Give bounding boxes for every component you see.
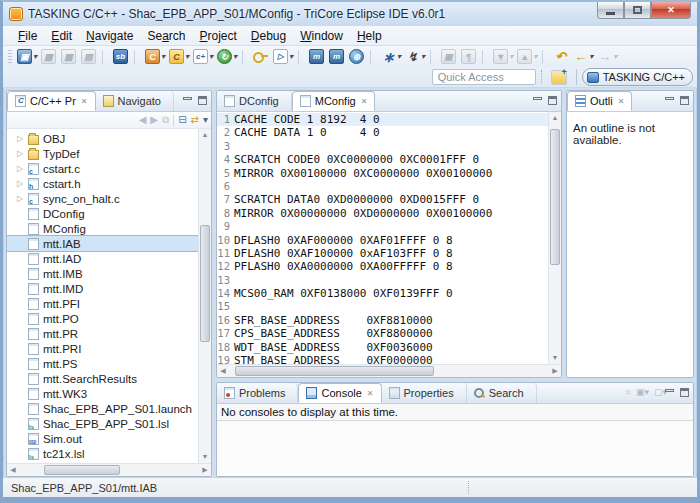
expand-arrow-icon[interactable] bbox=[17, 134, 28, 143]
flash-program-icon[interactable]: m bbox=[308, 48, 326, 66]
tab-dconfig[interactable]: DConfig bbox=[217, 91, 292, 111]
minimize-panel-icon[interactable] bbox=[533, 97, 542, 100]
back-icon[interactable]: ←▾ bbox=[572, 48, 594, 66]
scrollbar-thumb[interactable] bbox=[235, 366, 433, 376]
close-tab-icon[interactable]: ✕ bbox=[81, 97, 88, 106]
menu-window[interactable]: Window bbox=[293, 27, 350, 45]
new-cpp-project-icon[interactable]: C▾ bbox=[168, 48, 190, 66]
forward-icon[interactable]: ▶ bbox=[150, 115, 158, 125]
tree-item[interactable]: TypDef bbox=[7, 146, 198, 161]
tree-item[interactable]: c sync_on_halt.c bbox=[7, 191, 198, 206]
tree-item[interactable]: mtt.SearchResults bbox=[7, 371, 198, 386]
new-c-project-icon[interactable]: C▾ bbox=[144, 48, 166, 66]
editor-horizontal-scrollbar[interactable]: ◀ ▶ bbox=[217, 364, 561, 377]
maximize-panel-icon[interactable] bbox=[198, 96, 207, 105]
maximize-panel-icon[interactable] bbox=[548, 96, 557, 105]
scroll-down-icon[interactable]: ▼ bbox=[552, 352, 559, 364]
filter-icon[interactable]: ⇄ bbox=[191, 115, 199, 125]
minimize-panel-icon[interactable] bbox=[183, 97, 192, 100]
tree-item[interactable]: mtt.PS bbox=[7, 356, 198, 371]
expand-arrow-icon[interactable] bbox=[17, 164, 28, 173]
menu-search[interactable]: Search bbox=[140, 27, 192, 45]
minimize-panel-icon[interactable] bbox=[665, 389, 674, 392]
expand-arrow-icon[interactable] bbox=[17, 149, 28, 158]
menu-edit[interactable]: Edit bbox=[44, 27, 79, 45]
tab-mconfig[interactable]: MConfig ✕ bbox=[292, 91, 376, 111]
tree-item[interactable]: mtt.PO bbox=[7, 311, 198, 326]
tree-item[interactable]: mtt.IAD bbox=[7, 251, 198, 266]
tab-properties[interactable]: Properties bbox=[382, 383, 467, 403]
tree-item[interactable]: mtt.IMD bbox=[7, 281, 198, 296]
close-tab-icon[interactable]: ✕ bbox=[361, 97, 368, 106]
scrollbar-thumb[interactable] bbox=[200, 225, 210, 343]
tree-item[interactable]: mtt.PR bbox=[7, 326, 198, 341]
scroll-right-icon[interactable]: ▶ bbox=[199, 466, 211, 474]
tab-console[interactable]: Console ✕ bbox=[298, 383, 381, 403]
collapse-all-icon[interactable]: ⊟ bbox=[178, 115, 186, 125]
tab-cpp-projects[interactable]: C/C++ Pr ✕ bbox=[7, 91, 96, 111]
save-all-icon[interactable]: ▩ bbox=[60, 48, 78, 66]
tree-item[interactable]: mtt.PFI bbox=[7, 296, 198, 311]
tree-item[interactable]: Shac_EPB_APP_S01.launch bbox=[7, 401, 198, 416]
maximize-panel-icon[interactable] bbox=[680, 388, 689, 397]
scroll-down-icon[interactable]: ▼ bbox=[202, 451, 209, 463]
tree-item[interactable]: 010 Sim.out bbox=[7, 431, 198, 446]
external-tools-icon[interactable]: ▷▾ bbox=[272, 48, 294, 66]
tree-item[interactable]: mtt.PRI bbox=[7, 341, 198, 356]
scrollbar-thumb[interactable] bbox=[550, 129, 560, 266]
build-icon[interactable]: ↻▾ bbox=[216, 48, 238, 66]
view-menu-icon[interactable]: ▾ bbox=[203, 115, 208, 125]
minimize-window-button[interactable] bbox=[597, 2, 624, 19]
menu-navigate[interactable]: Navigate bbox=[79, 27, 140, 45]
tree-item[interactable]: DConfig bbox=[7, 206, 198, 221]
perspective-button[interactable]: TASKING C/C++ bbox=[582, 68, 693, 86]
menu-project[interactable]: Project bbox=[192, 27, 243, 45]
link-editor-icon[interactable]: ⧉ bbox=[162, 115, 169, 125]
show-annotations-icon[interactable]: ▣ bbox=[440, 48, 458, 66]
tab-navigator[interactable]: Navigato bbox=[96, 91, 174, 111]
mark-occurrences-icon[interactable]: ¶ bbox=[460, 48, 478, 66]
tab-outline[interactable]: Outli ✕ bbox=[567, 91, 632, 111]
explorer-horizontal-scrollbar[interactable]: ◀ ▶ bbox=[7, 463, 211, 476]
new-wizard-icon[interactable]: ▣▾ bbox=[16, 48, 38, 66]
quick-access-input[interactable]: Quick Access bbox=[432, 69, 536, 85]
tree-item[interactable]: ls tc21x.lsl bbox=[7, 446, 198, 461]
explorer-vertical-scrollbar[interactable]: ▲ ▼ bbox=[198, 129, 211, 463]
print-icon[interactable]: ▤ bbox=[80, 48, 98, 66]
tab-problems[interactable]: Problems bbox=[217, 383, 298, 403]
debug-key-icon[interactable] bbox=[252, 48, 270, 66]
scroll-right-icon[interactable]: ▶ bbox=[549, 367, 561, 375]
editor-vertical-scrollbar[interactable]: ▲ ▼ bbox=[548, 112, 561, 364]
tree-item[interactable]: mtt.IAB bbox=[7, 236, 198, 251]
expand-arrow-icon[interactable] bbox=[17, 194, 28, 203]
tree-item[interactable]: c cstart.c bbox=[7, 161, 198, 176]
maximize-window-button[interactable] bbox=[624, 2, 651, 19]
menu-help[interactable]: Help bbox=[350, 27, 389, 45]
tab-search[interactable]: Search bbox=[467, 383, 537, 403]
scroll-up-icon[interactable]: ▲ bbox=[202, 129, 209, 141]
tree-item[interactable]: mtt.IMB bbox=[7, 266, 198, 281]
save-icon[interactable]: ▦ bbox=[40, 48, 58, 66]
tree-item[interactable]: OBJ bbox=[7, 131, 198, 146]
prev-annotation-icon[interactable]: ▲▾ bbox=[516, 48, 538, 66]
scrollbar-thumb[interactable] bbox=[44, 465, 120, 475]
tree-item[interactable]: h cstart.h bbox=[7, 176, 198, 191]
flash-erase-icon[interactable]: m bbox=[328, 48, 346, 66]
sb-tool-icon[interactable]: sb bbox=[112, 48, 130, 66]
editor-content[interactable]: 1 CACHE CODE 1 8192 4 0 2 CACHE DATA 1 0… bbox=[217, 112, 548, 364]
next-annotation-icon[interactable]: ▼▾ bbox=[492, 48, 514, 66]
scroll-up-icon[interactable]: ▲ bbox=[552, 112, 559, 124]
open-perspective-icon[interactable] bbox=[551, 70, 567, 85]
expand-arrow-icon[interactable] bbox=[17, 179, 28, 188]
scroll-left-icon[interactable]: ◀ bbox=[217, 367, 229, 375]
tree-item[interactable]: MConfig bbox=[7, 221, 198, 236]
close-tab-icon[interactable]: ✕ bbox=[367, 389, 374, 398]
scroll-left-icon[interactable]: ◀ bbox=[7, 466, 19, 474]
minimize-panel-icon[interactable] bbox=[665, 97, 674, 100]
close-window-button[interactable]: ✕ bbox=[651, 2, 691, 19]
menu-file[interactable]: File bbox=[11, 27, 44, 45]
pin-console-icon[interactable]: ⌗ bbox=[626, 388, 631, 397]
menu-debug[interactable]: Debug bbox=[244, 27, 293, 45]
maximize-panel-icon[interactable] bbox=[680, 96, 689, 105]
last-edit-location-icon[interactable]: ↶ bbox=[552, 48, 570, 66]
